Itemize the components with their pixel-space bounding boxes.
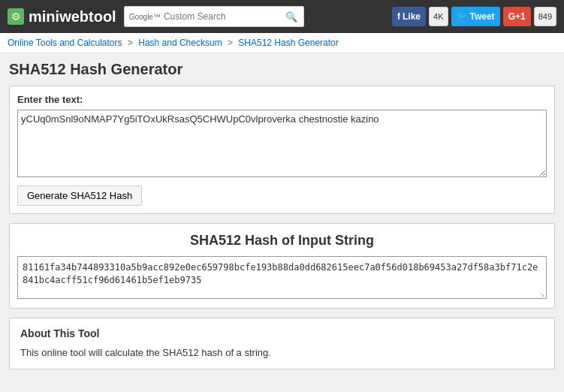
generate-button[interactable]: Generate SHA512 Hash (17, 185, 142, 206)
output-section: SHA512 Hash of Input String 81161fa34b74… (9, 223, 555, 309)
input-label: Enter the text: (17, 94, 547, 105)
google-plus-button[interactable]: G+1 (503, 7, 531, 26)
header: ⚙ miniwebtool Google™ 🔍 f Like 4K 🐦 Twee… (0, 0, 564, 33)
about-section: About This Tool This online tool will ca… (9, 318, 555, 370)
tweet-label: Tweet (470, 11, 495, 22)
search-input[interactable] (164, 11, 284, 22)
about-text: This online tool will calculate the SHA5… (20, 345, 544, 360)
about-title: About This Tool (20, 327, 544, 339)
facebook-like-button[interactable]: f Like (392, 7, 426, 26)
google-label: Google™ (129, 13, 161, 21)
breadcrumb-link-hash[interactable]: Hash and Checksum (138, 38, 222, 48)
text-input[interactable]: yCUq0mSnl9oNMAP7Yg5iTOxUkRsasQ5CHWUpC0vl… (17, 110, 547, 177)
logo-mini: mini (29, 8, 59, 25)
gear-icon: ⚙ (8, 8, 24, 25)
tweet-button[interactable]: 🐦 Tweet (451, 7, 500, 26)
logo-webtool: webtool (59, 8, 116, 25)
search-bar[interactable]: Google™ 🔍 (124, 6, 304, 27)
twitter-icon: 🐦 (457, 11, 468, 22)
search-icon-button[interactable]: 🔍 (284, 11, 299, 23)
breadcrumb-sep-1: > (128, 38, 133, 48)
social-buttons: f Like 4K 🐦 Tweet G+1 849 (392, 7, 556, 26)
hash-output-wrapper: 81161fa34b744893310a5b9acc892e0ec659798b… (17, 256, 547, 299)
page-title: SHA512 Hash Generator (9, 61, 555, 78)
fb-icon: f (397, 11, 400, 22)
input-section: Enter the text: yCUq0mSnl9oNMAP7Yg5iTOxU… (9, 86, 555, 214)
hash-output: 81161fa34b744893310a5b9acc892e0ec659798b… (18, 257, 546, 291)
breadcrumb-current: SHA512 Hash Generator (238, 38, 338, 48)
fb-count: 4K (429, 7, 448, 26)
logo-text: miniwebtool (29, 8, 116, 26)
breadcrumb-link-tools[interactable]: Online Tools and Calculators (8, 38, 122, 48)
fb-label: Like (403, 11, 421, 22)
gplus-count: 849 (534, 7, 556, 26)
logo-area: ⚙ miniwebtool (8, 8, 116, 26)
resize-indicator: ↘ (18, 291, 546, 298)
gplus-label: G+1 (508, 11, 526, 22)
output-title: SHA512 Hash of Input String (17, 233, 547, 249)
breadcrumb: Online Tools and Calculators > Hash and … (0, 33, 564, 53)
breadcrumb-sep-2: > (228, 38, 233, 48)
main-content: SHA512 Hash Generator Enter the text: yC… (0, 53, 564, 377)
